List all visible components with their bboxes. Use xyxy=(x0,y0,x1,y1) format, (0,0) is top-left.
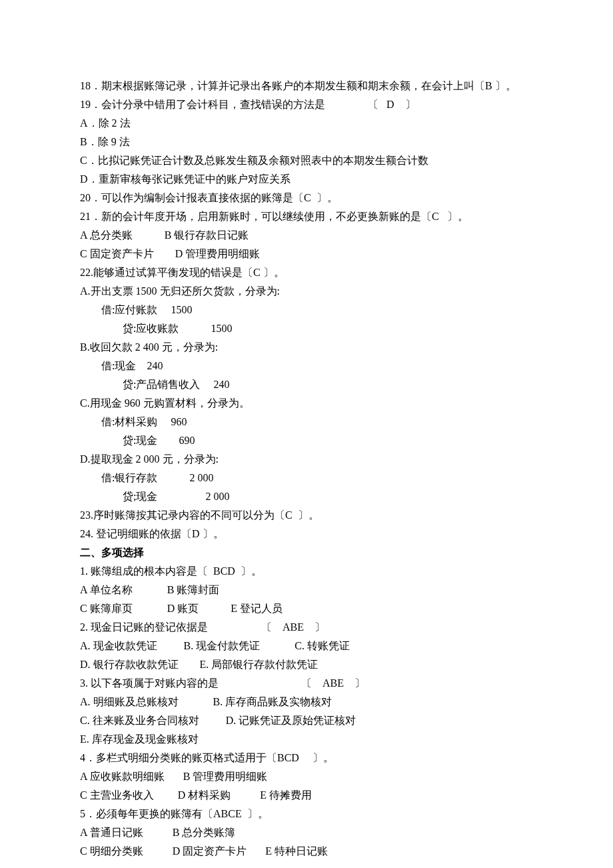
text-line: 借:应付账款 1500 xyxy=(80,301,533,319)
text-line: D．重新审核每张记账凭证中的账户对应关系 xyxy=(80,170,533,189)
text-line: C. 往来账及业务合同核对 D. 记账凭证及原始凭证核对 xyxy=(80,711,533,730)
text-line: 贷;现金 2 000 xyxy=(80,487,533,506)
text-line: A 单位名称 B 账簿封面 xyxy=(80,581,533,599)
text-line: 3. 以下各项属于对账内容的是 〔 ABE 〕 xyxy=(80,674,533,693)
text-line: C．比拟记账凭证合计数及总账发生额及余额对照表中的本期发生额合计数 xyxy=(80,151,533,170)
text-line: 4．多栏式明细分类账的账页格式适用于〔BCD 〕。 xyxy=(80,749,533,767)
text-line: 贷:现金 690 xyxy=(80,431,533,450)
text-line: 20．可以作为编制会计报表直接依据的账簿是〔C 〕。 xyxy=(80,189,533,207)
text-line: 二、多项选择 xyxy=(80,543,533,562)
text-line: 贷:应收账款 1500 xyxy=(80,319,533,338)
text-line: E. 库存现金及现金账核对 xyxy=(80,730,533,749)
text-line: A．除 2 法 xyxy=(80,114,533,133)
text-line: C 固定资产卡片 D 管理费用明细账 xyxy=(80,245,533,263)
text-line: D. 银行存款收款凭证 E. 局部银行存款付款凭证 xyxy=(80,655,533,674)
text-line: 22.能够通过试算平衡发现的错误是〔C 〕。 xyxy=(80,263,533,282)
text-line: 5．必须每年更换的账簿有〔ABCE 〕。 xyxy=(80,805,533,823)
text-line: A 总分类账 B 银行存款日记账 xyxy=(80,226,533,245)
text-line: 18．期末根据账簿记录，计算并记录出各账户的本期发生额和期末余额，在会计上叫〔B… xyxy=(80,77,533,95)
text-line: C 明细分类账 D 固定资产卡片 E 特种日记账 xyxy=(80,842,533,861)
text-line: A 普通日记账 B 总分类账簿 xyxy=(80,823,533,842)
text-line: 23.序时账簿按其记录内容的不同可以分为〔C 〕。 xyxy=(80,506,533,525)
text-line: A 应收账款明细账 B 管理费用明细账 xyxy=(80,767,533,786)
text-line: C 账簿扉页 D 账页 E 登记人员 xyxy=(80,599,533,618)
text-line: D.提取现金 2 000 元，分录为: xyxy=(80,450,533,469)
text-line: B．除 9 法 xyxy=(80,133,533,151)
text-line: A. 现金收款凭证 B. 现金付款凭证 C. 转账凭证 xyxy=(80,637,533,655)
text-line: 借:材料采购 960 xyxy=(80,413,533,431)
text-line: 2. 现金日记账的登记依据是 〔 ABE 〕 xyxy=(80,618,533,637)
text-line: 借:银行存款 2 000 xyxy=(80,469,533,487)
text-line: A.开出支票 1500 无归还所欠货款，分录为: xyxy=(80,282,533,301)
text-line: 贷:产品销售收入 240 xyxy=(80,375,533,394)
text-line: C.用现金 960 元购置材料，分录为。 xyxy=(80,394,533,413)
text-line: 21．新的会计年度开场，启用新账时，可以继续使用，不必更换新账的是〔C 〕。 xyxy=(80,207,533,226)
text-line: B.收回欠款 2 400 元，分录为: xyxy=(80,338,533,357)
text-line: A. 明细账及总账核对 B. 库存商品账及实物核对 xyxy=(80,693,533,711)
document-content: 18．期末根据账簿记录，计算并记录出各账户的本期发生额和期末余额，在会计上叫〔B… xyxy=(80,77,533,861)
text-line: 24. 登记明细账的依据〔D 〕。 xyxy=(80,525,533,543)
text-line: 借:现金 240 xyxy=(80,357,533,375)
document-page: 18．期末根据账簿记录，计算并记录出各账户的本期发生额和期末余额，在会计上叫〔B… xyxy=(0,0,613,868)
text-line: 19．会计分录中错用了会计科目，查找错误的方法是 〔 D 〕 xyxy=(80,95,533,114)
text-line: 1. 账簿组成的根本内容是〔 BCD 〕。 xyxy=(80,562,533,581)
text-line: C 主营业务收入 D 材料采购 E 待摊费用 xyxy=(80,786,533,805)
